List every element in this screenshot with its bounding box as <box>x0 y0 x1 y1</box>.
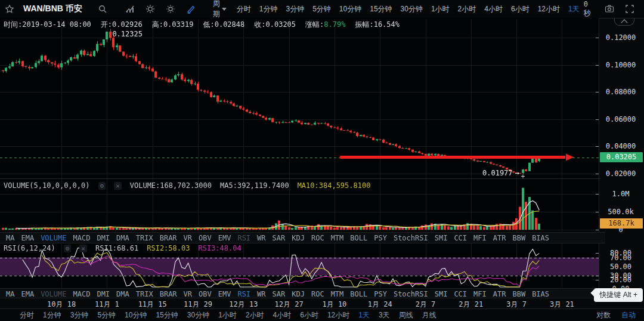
bottom-period-1[interactable]: 1分钟 <box>43 310 61 320</box>
vol-tab-19[interactable]: StochRSI <box>394 234 428 242</box>
rsi-close-icon[interactable]: ✕ <box>79 245 87 252</box>
vol-tab-6[interactable]: TRIX <box>136 234 153 242</box>
rsi-tab-11[interactable]: RSI <box>237 290 250 298</box>
vol-tab-23[interactable]: ATR <box>493 234 506 242</box>
top-period-5[interactable]: 15分钟 <box>370 4 392 14</box>
favorite-star-icon[interactable] <box>5 4 14 14</box>
rsi-tab-25[interactable]: BIAS <box>532 290 549 298</box>
bottom-period-14[interactable]: 周线 <box>399 310 413 320</box>
rsi-tab-13[interactable]: SAR <box>273 290 286 298</box>
rsi-tab-2[interactable]: VOLUME <box>41 290 66 298</box>
vol-tab-25[interactable]: BIAS <box>532 234 549 242</box>
vol-tab-11[interactable]: RSI <box>237 234 250 242</box>
vol-tab-18[interactable]: PSY <box>374 234 387 242</box>
top-period-1[interactable]: 1分钟 <box>259 4 278 14</box>
vol-tab-1[interactable]: EMA <box>21 234 34 242</box>
bottom-period-5[interactable]: 15分钟 <box>156 310 178 320</box>
rsi-tab-23[interactable]: ATR <box>493 290 506 298</box>
rsi-tab-4[interactable]: DMI <box>97 290 110 298</box>
volume-close-icon[interactable]: ✕ <box>114 182 122 190</box>
vol-tab-15[interactable]: ROC <box>311 234 324 242</box>
vol-tab-21[interactable]: CCI <box>454 234 467 242</box>
top-period-10[interactable]: 6小时 <box>511 4 530 14</box>
bottom-period-0[interactable]: 分时 <box>20 310 34 320</box>
draw-pencil-icon[interactable] <box>186 4 196 14</box>
bottom-period-13[interactable]: 3天 <box>379 310 390 320</box>
rsi-tab-5[interactable]: DMA <box>116 290 129 298</box>
vol-tab-17[interactable]: BOLL <box>350 234 367 242</box>
vol-tab-2[interactable]: VOLUME <box>41 234 66 242</box>
rsi-tab-10[interactable]: EMV <box>218 290 231 298</box>
bottom-period-8[interactable]: 2小时 <box>246 310 264 320</box>
rsi-settings-gear-icon[interactable]: ⚙ <box>64 245 72 252</box>
vol-tab-14[interactable]: KDJ <box>292 234 305 242</box>
rsi-tab-20[interactable]: SMI <box>435 290 448 298</box>
vol-tab-9[interactable]: OBV <box>199 234 212 242</box>
auto-scale-toggle[interactable]: 自动 <box>621 310 636 320</box>
top-period-7[interactable]: 1小时 <box>431 4 450 14</box>
top-period-0[interactable]: 分时 <box>237 4 251 14</box>
vol-tab-5[interactable]: DMA <box>116 234 129 242</box>
rsi-tab-12[interactable]: WR <box>257 290 265 298</box>
chart-type-icon[interactable] <box>125 4 135 14</box>
vol-tab-0[interactable]: MA <box>6 234 14 242</box>
bottom-period-15[interactable]: 月线 <box>422 310 436 320</box>
rsi-tab-18[interactable]: PSY <box>374 290 387 298</box>
top-period-8[interactable]: 2小时 <box>458 4 476 14</box>
volume-value: VOLUME:168,702.3000 <box>130 181 212 190</box>
top-period-12[interactable]: 1天 <box>568 4 580 14</box>
rsi-tab-15[interactable]: ROC <box>311 290 324 298</box>
vol-tab-8[interactable]: VR <box>184 234 192 242</box>
theme-brightness-icon[interactable] <box>166 4 175 14</box>
vol-tab-13[interactable]: SAR <box>273 234 286 242</box>
vol-tab-3[interactable]: MACD <box>73 234 91 242</box>
top-period-11[interactable]: 12小时 <box>538 4 560 14</box>
bottom-period-6[interactable]: 30分钟 <box>187 310 209 320</box>
log-scale-toggle[interactable]: 对数 <box>596 310 611 320</box>
rsi-tab-0[interactable]: MA <box>6 290 14 298</box>
screenshot-camera-icon[interactable] <box>605 4 614 14</box>
rsi-tab-22[interactable]: MFI <box>473 290 487 298</box>
period-dropdown[interactable]: 周期 <box>213 0 220 19</box>
rsi-tab-17[interactable]: BOLL <box>350 290 367 298</box>
rsi-tab-14[interactable]: KDJ <box>292 290 305 298</box>
rsi-tab-19[interactable]: StochRSI <box>394 290 428 298</box>
axis-collapse-button[interactable] <box>614 18 634 26</box>
top-period-6[interactable]: 30分钟 <box>401 4 423 14</box>
top-period-4[interactable]: 10分钟 <box>339 4 361 14</box>
bottom-period-10[interactable]: 6小时 <box>300 310 318 320</box>
vol-tab-12[interactable]: WR <box>257 234 265 242</box>
vol-tab-24[interactable]: BBW <box>512 234 525 242</box>
rsi-tab-16[interactable]: MTM <box>331 290 344 298</box>
rsi-tab-24[interactable]: BBW <box>512 290 525 298</box>
vol-tab-4[interactable]: DMI <box>97 234 110 242</box>
settings-gear-icon[interactable] <box>145 4 155 14</box>
bottom-period-4[interactable]: 10分钟 <box>125 310 147 320</box>
rsi-tab-3[interactable]: MACD <box>73 290 91 298</box>
vol-tab-7[interactable]: BRAR <box>160 234 177 242</box>
rsi-tab-6[interactable]: TRIX <box>136 290 153 298</box>
vol-tab-22[interactable]: MFI <box>473 234 487 242</box>
bottom-period-11[interactable]: 12小时 <box>327 310 349 320</box>
search-icon[interactable] <box>98 4 107 14</box>
volume-settings-gear-icon[interactable]: ⚙ <box>98 182 106 190</box>
vol-tab-16[interactable]: MTM <box>331 234 344 242</box>
vol-tab-20[interactable]: SMI <box>435 234 448 242</box>
rsi-tab-7[interactable]: BRAR <box>160 290 177 298</box>
rsi-tab-9[interactable]: OBV <box>199 290 212 298</box>
bottom-period-12[interactable]: 1天 <box>358 310 370 320</box>
bottom-period-9[interactable]: 4小时 <box>273 310 292 320</box>
chart-plot-area[interactable] <box>0 18 600 298</box>
fullscreen-expand-icon[interactable] <box>625 4 634 14</box>
rsi-tab-1[interactable]: EMA <box>21 290 34 298</box>
bottom-period-7[interactable]: 1小时 <box>218 310 237 320</box>
rsi-tab-8[interactable]: VR <box>184 290 192 298</box>
vol-tab-10[interactable]: EMV <box>218 234 231 242</box>
top-period-3[interactable]: 5分钟 <box>312 4 331 14</box>
candle-countdown: 0秒 <box>584 0 591 18</box>
top-period-9[interactable]: 4小时 <box>484 4 503 14</box>
bottom-period-3[interactable]: 5分钟 <box>97 310 116 320</box>
bottom-period-2[interactable]: 3分钟 <box>70 310 89 320</box>
top-period-2[interactable]: 3分钟 <box>286 4 304 14</box>
rsi-tab-21[interactable]: CCI <box>454 290 467 298</box>
